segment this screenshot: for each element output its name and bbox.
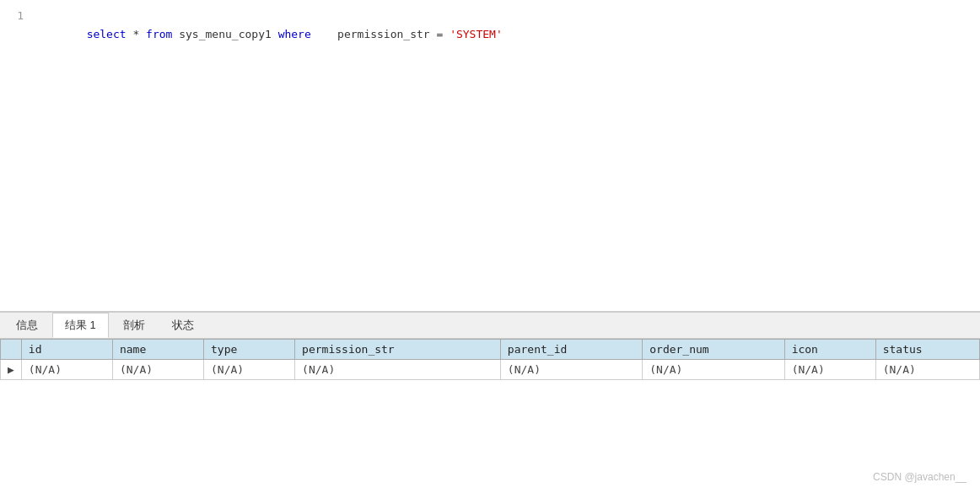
- col-header-name: name: [112, 340, 203, 360]
- tab-info[interactable]: 信息: [3, 313, 51, 338]
- main-container: 1 select * from sys_menu_copy1 where per…: [0, 0, 980, 493]
- keyword-where: where: [278, 28, 311, 40]
- col-header-permission-str: permission_str: [295, 340, 501, 360]
- editor-line-1: 1 select * from sys_menu_copy1 where per…: [0, 7, 980, 62]
- cell-type: (N/A): [204, 360, 295, 380]
- cell-status: (N/A): [875, 360, 979, 380]
- cell-parent-id: (N/A): [500, 360, 642, 380]
- results-area: id name type permission_str parent_id or…: [0, 339, 980, 493]
- row-indicator-cell: ▶: [1, 360, 22, 380]
- tab-profiling[interactable]: 剖析: [110, 313, 158, 338]
- watermark: CSDN @javachen__: [873, 471, 967, 483]
- results-table: id name type permission_str parent_id or…: [0, 339, 980, 380]
- column-expr: permission_str =: [311, 28, 450, 40]
- string-value: 'SYSTEM': [450, 28, 503, 40]
- cell-name: (N/A): [112, 360, 203, 380]
- table-header-row: id name type permission_str parent_id or…: [1, 340, 980, 360]
- cell-id: (N/A): [21, 360, 112, 380]
- tabs-bar: 信息 结果 1 剖析 状态: [0, 312, 980, 339]
- cell-icon: (N/A): [784, 360, 875, 380]
- tab-status[interactable]: 状态: [159, 313, 207, 338]
- line-number-1: 1: [0, 7, 34, 25]
- line-content-1: select * from sys_menu_copy1 where permi…: [34, 7, 980, 62]
- star-operator: *: [127, 28, 146, 40]
- cell-order-num: (N/A): [643, 360, 784, 380]
- keyword-select: select: [87, 28, 127, 40]
- table-row: ▶ (N/A) (N/A) (N/A) (N/A) (N/A) (N/A) (N…: [1, 360, 980, 380]
- cell-permission-str: (N/A): [295, 360, 501, 380]
- tab-results[interactable]: 结果 1: [52, 313, 109, 338]
- row-indicator-header: [1, 340, 22, 360]
- col-header-id: id: [21, 340, 112, 360]
- keyword-from: from: [146, 28, 172, 40]
- col-header-icon: icon: [784, 340, 875, 360]
- col-header-parent-id: parent_id: [500, 340, 642, 360]
- table-name: sys_menu_copy1: [172, 28, 277, 40]
- col-header-order-num: order_num: [643, 340, 784, 360]
- col-header-type: type: [204, 340, 295, 360]
- sql-editor[interactable]: 1 select * from sys_menu_copy1 where per…: [0, 0, 980, 312]
- col-header-status: status: [875, 340, 979, 360]
